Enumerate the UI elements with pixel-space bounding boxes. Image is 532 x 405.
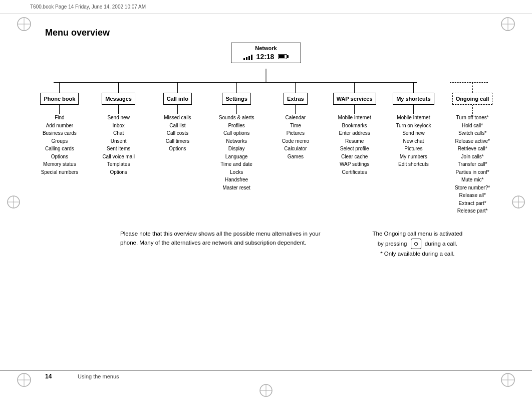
menu-box-ongoing: Ongoing call (452, 93, 493, 105)
sub-items-shortcuts: Mobile Internet Turn on keylock Send new… (396, 114, 431, 168)
right-center-mark (511, 194, 526, 211)
header-text: T600.book Page 14 Friday, June 14, 2002 … (30, 4, 146, 10)
menu-item-extras: Extras Calendar Time Pictures Code memo … (266, 83, 325, 160)
sub-items-messages: Send new Inbox Chat Unsent Sent items Ca… (102, 114, 134, 176)
footer-section: Using the menus (78, 373, 119, 379)
header-bar: T600.book Page 14 Friday, June 14, 2002 … (0, 0, 532, 14)
network-connector-line (266, 69, 267, 83)
menu-box-settings: Settings (222, 93, 250, 105)
battery-icon (278, 54, 289, 59)
menu-box-messages: Messages (102, 93, 135, 105)
note-left: Please note that this overview shows all… (30, 229, 323, 259)
menu-item-ongoing-call: Ongoing call Turn off tones* Hold call* … (443, 83, 502, 215)
left-center-mark (6, 194, 21, 211)
network-status: 12:18 (239, 53, 293, 61)
footer: 14 Using the menus (0, 370, 532, 382)
sub-items-call-info: Missed calls Call list Call costs Call t… (164, 114, 191, 153)
network-time: 12:18 (256, 53, 275, 61)
menu-button-symbol: ⊙ (411, 239, 421, 249)
bottom-center-mark (258, 383, 274, 399)
menu-box-call-info: Call info (163, 93, 192, 105)
menu-item-settings: Settings Sounds & alerts Profiles Call o… (207, 83, 266, 191)
network-box: Network 12:18 (231, 43, 301, 63)
menu-box-wap: WAP services (333, 93, 376, 105)
corner-mark-tl (16, 16, 32, 33)
menu-box-extras: Extras (284, 93, 308, 105)
network-label: Network (239, 45, 293, 51)
main-content: Network 12:18 (30, 43, 502, 385)
menu-item-messages: Messages Send new Inbox Chat Unsent Sent… (89, 83, 148, 176)
menu-item-call-info: Call info Missed calls Call list Call co… (148, 83, 207, 153)
sub-items-phone-book: Find Add number Business cards Groups Ca… (41, 114, 78, 176)
menu-box-shortcuts: My shortcuts (393, 93, 434, 105)
menu-box-phone-book: Phone book (40, 93, 79, 105)
sub-items-ongoing: Turn off tones* Hold call* Switch calls*… (455, 114, 490, 215)
corner-mark-tr (500, 16, 516, 33)
note-right: The Ongoing call menu is activated by pr… (333, 229, 502, 259)
footer-page-number: 14 (45, 373, 60, 380)
sub-items-wap: Mobile Internet Bookmarks Enter address … (338, 114, 371, 176)
menu-row: Phone book Find Add number Business card… (30, 83, 502, 215)
sub-items-extras: Calendar Time Pictures Code memo Calcula… (282, 114, 309, 160)
menu-item-phone-book: Phone book Find Add number Business card… (30, 83, 89, 176)
signal-icon (243, 54, 252, 60)
page-title: Menu overview (45, 28, 110, 38)
bottom-notes: Please note that this overview shows all… (30, 229, 502, 259)
network-section: Network 12:18 (30, 43, 502, 83)
sub-items-settings: Sounds & alerts Profiles Call options Ne… (219, 114, 254, 191)
menu-item-wap-services: WAP services Mobile Internet Bookmarks E… (325, 83, 384, 176)
menu-item-my-shortcuts: My shortcuts Mobile Internet Turn on key… (384, 83, 443, 168)
